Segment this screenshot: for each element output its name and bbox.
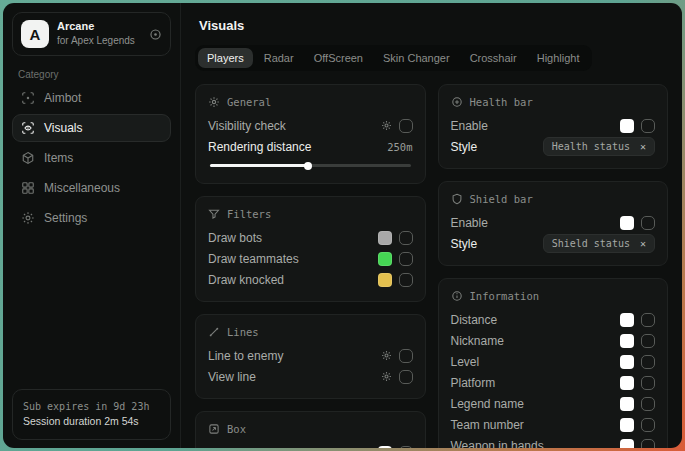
sidebar-item-label: Aimbot — [44, 91, 81, 105]
session-duration-text: Session duration 2m 54s — [23, 414, 160, 430]
clear-icon[interactable]: ✕ — [640, 142, 646, 152]
sidebar-item-aimbot[interactable]: Aimbot — [12, 84, 171, 112]
rendering-distance-value: 250m — [387, 141, 412, 153]
filters-section: Filters Draw bots Draw teammates — [195, 196, 426, 302]
lines-section: Lines Line to enemy — [195, 314, 426, 399]
distance-row: Distance — [451, 309, 656, 330]
view-line-row: View line — [208, 366, 413, 387]
section-title: Lines — [227, 326, 259, 338]
health-enable-row: Enable — [451, 115, 656, 136]
team-number-checkbox[interactable] — [641, 418, 655, 432]
sidebar-item-label: Settings — [44, 211, 87, 225]
tab-highlight[interactable]: Highlight — [528, 48, 589, 68]
tab-players[interactable]: Players — [198, 48, 253, 68]
emblem-icon[interactable] — [149, 28, 162, 41]
sidebar: A Arcane for Apex Legends Category — [3, 3, 181, 448]
level-row: Level — [451, 351, 656, 372]
app-subtitle: for Apex Legends — [57, 35, 141, 48]
draw-bots-row: Draw bots — [208, 227, 413, 248]
crosshair-icon — [21, 91, 35, 105]
color-swatch[interactable] — [378, 273, 392, 287]
team-number-row: Team number — [451, 414, 656, 435]
main-content: Visuals Players Radar OffScreen Skin Cha… — [181, 3, 682, 448]
app-window: A Arcane for Apex Legends Category — [3, 3, 682, 448]
clear-icon[interactable]: ✕ — [640, 239, 646, 249]
line-to-enemy-checkbox[interactable] — [399, 349, 413, 363]
row-settings-icon[interactable] — [381, 350, 392, 361]
sidebar-item-label: Visuals — [44, 121, 82, 135]
window-frame: A Arcane for Apex Legends Category — [0, 0, 685, 451]
health-style-dropdown[interactable]: Health status ✕ — [543, 137, 655, 156]
rendering-distance-slider[interactable] — [210, 161, 411, 170]
tab-radar[interactable]: Radar — [255, 48, 303, 68]
color-swatch[interactable] — [378, 231, 392, 245]
sidebar-item-miscellaneous[interactable]: Miscellaneous — [12, 174, 171, 202]
sidebar-item-visuals[interactable]: Visuals — [12, 114, 171, 142]
health-enable-checkbox[interactable] — [641, 119, 655, 133]
view-line-checkbox[interactable] — [399, 370, 413, 384]
visibility-check-checkbox[interactable] — [399, 119, 413, 133]
nickname-checkbox[interactable] — [641, 334, 655, 348]
line-to-enemy-row: Line to enemy — [208, 345, 413, 366]
general-section: General Visibility check — [195, 84, 426, 184]
shield-icon — [451, 193, 463, 205]
color-swatch[interactable] — [620, 376, 634, 390]
color-swatch[interactable] — [378, 252, 392, 266]
shield-style-dropdown[interactable]: Shield status ✕ — [543, 234, 655, 253]
tab-crosshair[interactable]: Crosshair — [461, 48, 526, 68]
color-swatch[interactable] — [620, 119, 634, 133]
visibility-check-row: Visibility check — [208, 115, 413, 136]
color-swatch[interactable] — [620, 334, 634, 348]
sidebar-item-label: Miscellaneous — [44, 181, 120, 195]
eye-scan-icon — [21, 121, 35, 135]
line-icon — [208, 326, 220, 338]
package-icon — [21, 151, 35, 165]
shield-enable-checkbox[interactable] — [641, 216, 655, 230]
level-checkbox[interactable] — [641, 355, 655, 369]
shield-bar-section: Shield bar Enable Style Shield status — [438, 181, 669, 266]
color-swatch[interactable] — [620, 355, 634, 369]
slider-thumb[interactable] — [304, 162, 312, 170]
category-label: Category — [18, 69, 171, 80]
weapon-in-hands-checkbox[interactable] — [641, 439, 655, 449]
draw-knocked-row: Draw knocked — [208, 269, 413, 290]
color-swatch[interactable] — [620, 313, 634, 327]
section-title: Box — [227, 423, 246, 435]
distance-checkbox[interactable] — [641, 313, 655, 327]
rendering-distance-row: Rendering distance 250m — [208, 136, 413, 157]
tab-offscreen[interactable]: OffScreen — [305, 48, 372, 68]
color-swatch[interactable] — [378, 446, 392, 449]
tab-skin-changer[interactable]: Skin Changer — [374, 48, 459, 68]
gear-icon — [21, 211, 35, 225]
color-swatch[interactable] — [620, 216, 634, 230]
funnel-icon — [208, 208, 220, 220]
sidebar-item-items[interactable]: Items — [12, 144, 171, 172]
sidebar-nav: Aimbot Visuals — [12, 84, 171, 232]
box-icon — [208, 423, 220, 435]
row-settings-icon[interactable] — [381, 371, 392, 382]
visuals-tab-bar: Players Radar OffScreen Skin Changer Cro… — [195, 45, 592, 71]
draw-knocked-checkbox[interactable] — [399, 273, 413, 287]
grid-icon — [21, 181, 35, 195]
row-settings-icon[interactable] — [381, 120, 392, 131]
page-title: Visuals — [199, 18, 668, 33]
legend-name-checkbox[interactable] — [641, 397, 655, 411]
shield-enable-row: Enable — [451, 212, 656, 233]
shield-style-row: Style Shield status ✕ — [451, 233, 656, 254]
color-swatch[interactable] — [620, 397, 634, 411]
weapon-in-hands-row: Weapon in hands — [451, 435, 656, 448]
box-enable-row: Enable — [208, 442, 413, 448]
draw-bots-checkbox[interactable] — [399, 231, 413, 245]
draw-teammates-checkbox[interactable] — [399, 252, 413, 266]
general-gear-icon — [208, 96, 220, 108]
platform-checkbox[interactable] — [641, 376, 655, 390]
health-bar-section: Health bar Enable Style Health status — [438, 84, 669, 169]
sidebar-item-settings[interactable]: Settings — [12, 204, 171, 232]
sub-expiry-text: Sub expires in 9d 23h — [23, 399, 160, 414]
info-icon — [451, 290, 463, 302]
color-swatch[interactable] — [620, 439, 634, 449]
right-column: Health bar Enable Style Health status — [438, 84, 669, 448]
section-title: General — [227, 96, 271, 108]
color-swatch[interactable] — [620, 418, 634, 432]
box-enable-checkbox[interactable] — [399, 446, 413, 449]
